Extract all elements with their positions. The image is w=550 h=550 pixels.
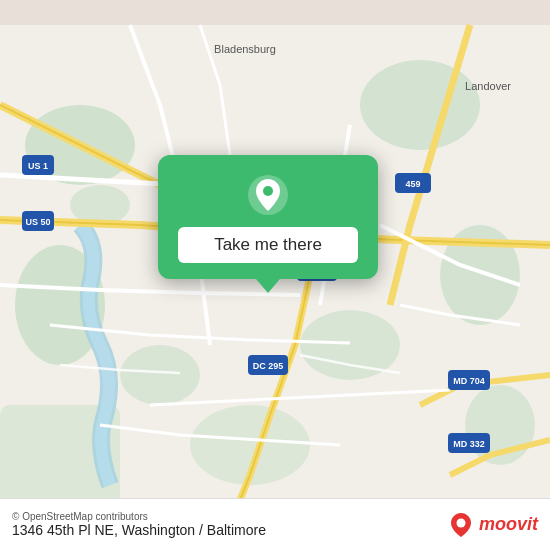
bottom-bar: © OpenStreetMap contributors 1346 45th P… — [0, 498, 550, 550]
svg-point-30 — [263, 186, 273, 196]
svg-text:US 50: US 50 — [25, 217, 50, 227]
map-container: US 1 US 50 US 50 459 DC 295 DC 295 MD 70… — [0, 0, 550, 550]
svg-point-31 — [456, 518, 465, 527]
address-label: 1346 45th Pl NE, Washington / Baltimore — [12, 522, 266, 538]
map-attribution: © OpenStreetMap contributors — [12, 511, 266, 522]
moovit-logo: moovit — [447, 511, 538, 539]
moovit-brand-text: moovit — [479, 514, 538, 535]
svg-text:US 1: US 1 — [28, 161, 48, 171]
location-popup: Take me there — [158, 155, 378, 279]
svg-text:MD 332: MD 332 — [453, 439, 485, 449]
svg-text:MD 704: MD 704 — [453, 376, 485, 386]
svg-text:DC 295: DC 295 — [253, 361, 284, 371]
svg-point-2 — [360, 60, 480, 150]
take-me-there-button[interactable]: Take me there — [178, 227, 358, 263]
svg-point-4 — [120, 345, 200, 405]
svg-text:Landover: Landover — [465, 80, 511, 92]
svg-text:459: 459 — [405, 179, 420, 189]
moovit-pin-icon — [447, 511, 475, 539]
svg-text:Bladensburg: Bladensburg — [214, 43, 276, 55]
bottom-bar-info: © OpenStreetMap contributors 1346 45th P… — [12, 511, 266, 538]
location-pin-icon — [246, 173, 290, 217]
